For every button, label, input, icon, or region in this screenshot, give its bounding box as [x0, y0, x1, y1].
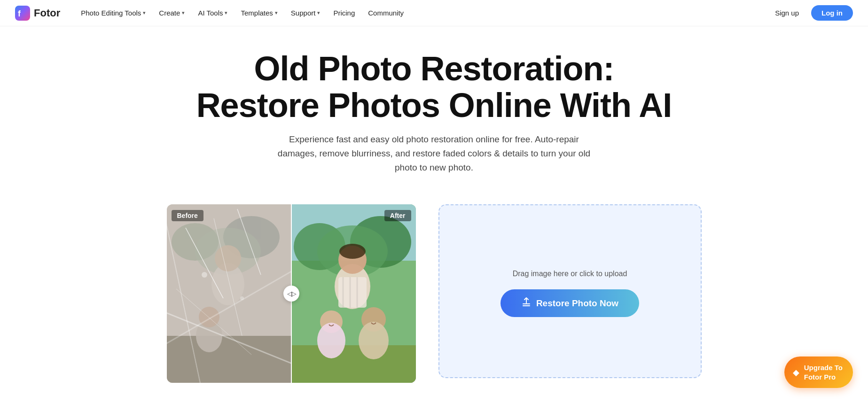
hero-section: Old Photo Restoration: Restore Photos On…: [0, 26, 868, 189]
upgrade-badge[interactable]: ◆ Upgrade To Fotor Pro: [784, 356, 853, 388]
svg-point-29: [339, 244, 366, 259]
nav-item-photo-editing[interactable]: Photo Editing Tools ▾: [75, 6, 151, 20]
restore-button-label: Restore Photo Now: [536, 298, 618, 309]
arrows-icon: ◁▷: [287, 290, 296, 297]
svg-point-15: [202, 272, 207, 278]
chevron-down-icon: ▾: [275, 10, 278, 16]
nav-item-support[interactable]: Support ▾: [285, 6, 326, 20]
svg-rect-2: [167, 204, 291, 383]
navbar: f Fotor Photo Editing Tools ▾ Create ▾ A…: [0, 0, 868, 26]
logo-text: Fotor: [34, 7, 60, 19]
fotor-logo-icon: f: [15, 6, 30, 21]
hero-description: Experience fast and easy old photo resto…: [270, 132, 599, 175]
upload-svg-icon: [521, 297, 532, 307]
sign-up-button[interactable]: Sign up: [768, 6, 805, 20]
logo[interactable]: f Fotor: [15, 6, 60, 21]
svg-point-16: [240, 296, 244, 300]
before-after-inner: Before After ◁▷: [167, 204, 416, 383]
nav-links: Photo Editing Tools ▾ Create ▾ AI Tools …: [75, 6, 768, 20]
svg-rect-35: [523, 305, 530, 306]
nav-item-community[interactable]: Community: [362, 6, 409, 20]
svg-point-8: [215, 245, 241, 271]
upload-area-wrapper: Drag image here or click to upload Resto…: [438, 204, 702, 378]
svg-point-33: [359, 322, 389, 359]
chevron-down-icon: ▾: [143, 10, 146, 16]
comparison-handle[interactable]: ◁▷: [283, 286, 299, 302]
diamond-icon: ◆: [793, 367, 799, 378]
svg-point-10: [199, 307, 219, 327]
svg-line-14: [237, 209, 261, 275]
nav-item-create[interactable]: Create ▾: [153, 6, 190, 20]
upload-dropzone[interactable]: Drag image here or click to upload Resto…: [438, 204, 702, 378]
svg-point-5: [195, 228, 261, 275]
upload-icon: [521, 297, 532, 310]
svg-line-13: [176, 289, 251, 355]
svg-rect-0: [15, 6, 30, 21]
chevron-down-icon: ▾: [225, 10, 227, 16]
svg-line-12: [214, 218, 242, 336]
svg-point-4: [223, 216, 280, 258]
svg-point-9: [196, 319, 222, 352]
nav-right: Sign up Log in: [768, 5, 853, 21]
before-image: [167, 204, 291, 383]
after-label: After: [384, 210, 411, 221]
hero-title: Old Photo Restoration: Restore Photos On…: [19, 51, 849, 124]
nav-item-ai-tools[interactable]: AI Tools ▾: [192, 6, 233, 20]
log-in-button[interactable]: Log in: [811, 5, 853, 21]
nav-item-templates[interactable]: Templates ▾: [235, 6, 283, 20]
chevron-down-icon: ▾: [182, 10, 185, 16]
before-panel: [167, 204, 291, 383]
main-content: Before After ◁▷ Drag image here or click…: [0, 189, 868, 403]
svg-text:f: f: [18, 9, 21, 18]
before-after-comparison[interactable]: Before After ◁▷: [167, 204, 416, 383]
svg-point-7: [211, 263, 244, 305]
drag-drop-text: Drag image here or click to upload: [513, 270, 627, 278]
svg-rect-22: [291, 345, 416, 383]
svg-point-3: [172, 223, 219, 261]
after-panel: [291, 204, 416, 383]
restore-photo-button[interactable]: Restore Photo Now: [500, 289, 639, 317]
svg-rect-6: [167, 336, 291, 383]
upgrade-text: Upgrade To Fotor Pro: [804, 363, 843, 381]
svg-line-11: [186, 228, 223, 298]
after-image: [291, 204, 416, 383]
svg-rect-34: [523, 303, 530, 304]
chevron-down-icon: ▾: [317, 10, 320, 16]
svg-point-31: [317, 323, 345, 358]
before-label: Before: [172, 210, 203, 221]
nav-item-pricing[interactable]: Pricing: [328, 6, 360, 20]
